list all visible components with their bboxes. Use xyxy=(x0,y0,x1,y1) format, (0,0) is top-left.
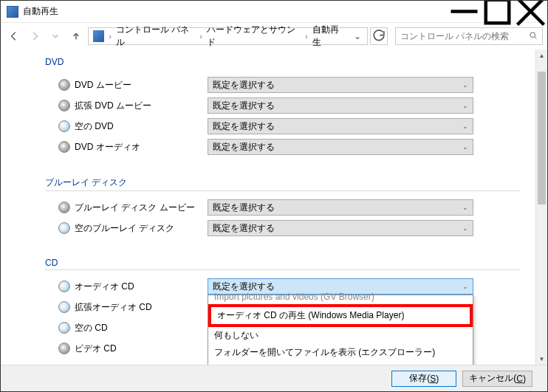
minimize-button[interactable] xyxy=(448,1,481,23)
select-bluray-movie[interactable]: 既定を選択する⌄ xyxy=(208,199,473,216)
setting-row: DVD ムービー既定を選択する⌄ xyxy=(45,75,521,95)
select-blank-dvd[interactable]: 既定を選択する⌄ xyxy=(208,118,473,134)
disc-icon xyxy=(58,222,70,234)
setting-label: 空の CD xyxy=(75,322,108,334)
svg-point-4 xyxy=(530,32,535,37)
footer-bar: 保存(S) キャンセル(C) xyxy=(1,365,547,391)
svg-line-5 xyxy=(535,36,537,38)
search-icon[interactable] xyxy=(524,31,542,42)
scrollbar-thumb[interactable] xyxy=(538,72,546,204)
window-title: 自動再生 xyxy=(23,5,448,18)
setting-label: ビデオ CD xyxy=(75,343,117,355)
dropdown-item[interactable]: Import pictures and videos (GV Browser) xyxy=(208,289,473,304)
disc-icon xyxy=(58,141,70,153)
highlight-annotation: オーディオ CD の再生 (Windows Media Player) xyxy=(208,304,473,327)
setting-row: 空のブルーレイ ディスク既定を選択する⌄ xyxy=(45,218,521,238)
search-box[interactable] xyxy=(395,27,543,45)
section-header-cd: CD xyxy=(45,258,521,270)
setting-label: 空のブルーレイ ディスク xyxy=(75,222,174,235)
breadcrumb-item[interactable]: コントロール パネル xyxy=(113,24,199,49)
setting-label: ブルーレイ ディスク ムービー xyxy=(75,202,195,214)
address-dropdown-button[interactable]: ⌄ xyxy=(349,31,366,41)
nav-bar: › コントロール パネル › ハードウェアとサウンド › 自動再生 ⌄ xyxy=(1,23,547,49)
dropdown-item[interactable]: 毎回動作を確認する xyxy=(208,361,473,365)
svg-rect-1 xyxy=(486,0,510,23)
setting-label: オーディオ CD xyxy=(75,281,134,293)
setting-label: 拡張オーディオ CD xyxy=(75,301,152,314)
setting-label: DVD ムービー xyxy=(75,79,131,92)
disc-icon xyxy=(58,100,70,111)
setting-label: DVD オーディオ xyxy=(75,141,140,154)
search-input[interactable] xyxy=(396,31,524,41)
scroll-up-button[interactable]: ▲ xyxy=(536,49,547,61)
setting-row: オーディオ CD 既定を選択する⌄ Import pictures and vi… xyxy=(45,276,521,297)
section-header-dvd: DVD xyxy=(45,57,521,69)
dropdown-menu: Import pictures and videos (GV Browser) … xyxy=(208,295,473,365)
back-button[interactable] xyxy=(5,27,23,45)
setting-label: 空の DVD xyxy=(75,120,114,133)
content-area: DVD DVD ムービー既定を選択する⌄ 拡張 DVD ムービー既定を選択する⌄… xyxy=(1,49,547,365)
dropdown-item[interactable]: フォルダーを開いてファイルを表示 (エクスプローラー) xyxy=(208,344,473,361)
disc-icon xyxy=(58,281,70,292)
chevron-down-icon: ⌄ xyxy=(462,81,468,89)
forward-button[interactable] xyxy=(26,27,44,45)
setting-row: 拡張 DVD ムービー既定を選択する⌄ xyxy=(45,95,521,116)
chevron-down-icon: ⌄ xyxy=(462,123,468,130)
disc-icon xyxy=(58,322,70,334)
chevron-right-icon: › xyxy=(198,32,203,41)
up-button[interactable] xyxy=(67,27,85,45)
chevron-right-icon: › xyxy=(304,32,309,41)
close-button[interactable] xyxy=(514,1,547,23)
select-enhanced-dvd[interactable]: 既定を選択する⌄ xyxy=(208,97,473,114)
setting-label: 拡張 DVD ムービー xyxy=(75,100,151,112)
setting-row: 空の DVD既定を選択する⌄ xyxy=(45,116,521,137)
section-header-bluray: ブルーレイ ディスク xyxy=(45,176,521,191)
scroll-down-button[interactable]: ▼ xyxy=(536,353,547,365)
disc-icon xyxy=(58,343,70,354)
address-bar[interactable]: › コントロール パネル › ハードウェアとサウンド › 自動再生 ⌄ xyxy=(88,27,368,45)
dropdown-item[interactable]: 何もしない xyxy=(208,327,473,344)
select-dvd-audio[interactable]: 既定を選択する⌄ xyxy=(208,139,473,155)
chevron-down-icon: ⌄ xyxy=(462,224,468,232)
dropdown-item[interactable]: オーディオ CD の再生 (Windows Media Player) xyxy=(211,307,470,324)
maximize-button[interactable] xyxy=(481,1,514,23)
chevron-down-icon: ⌄ xyxy=(462,204,468,211)
refresh-button[interactable] xyxy=(370,27,388,45)
setting-row: ブルーレイ ディスク ムービー既定を選択する⌄ xyxy=(45,197,521,218)
breadcrumb-item[interactable]: 自動再生 xyxy=(309,24,349,49)
chevron-down-icon: ⌄ xyxy=(462,143,468,151)
disc-icon xyxy=(58,120,70,132)
disc-icon xyxy=(58,79,70,91)
save-button[interactable]: 保存(S) xyxy=(391,371,456,387)
app-icon xyxy=(7,6,18,18)
vertical-scrollbar[interactable]: ▲ ▼ xyxy=(535,49,547,365)
cancel-button[interactable]: キャンセル(C) xyxy=(462,371,532,387)
select-blank-bluray[interactable]: 既定を選択する⌄ xyxy=(208,220,473,236)
chevron-down-icon: ⌄ xyxy=(462,102,468,109)
chevron-right-icon: › xyxy=(107,32,112,41)
title-bar: 自動再生 xyxy=(1,1,547,23)
recent-dropdown-button[interactable] xyxy=(47,27,64,45)
location-icon xyxy=(93,30,104,42)
disc-icon xyxy=(58,301,70,313)
select-dvd-movie[interactable]: 既定を選択する⌄ xyxy=(208,77,473,93)
disc-icon xyxy=(58,202,70,213)
breadcrumb-item[interactable]: ハードウェアとサウンド xyxy=(204,24,304,49)
setting-row: DVD オーディオ既定を選択する⌄ xyxy=(45,137,521,157)
